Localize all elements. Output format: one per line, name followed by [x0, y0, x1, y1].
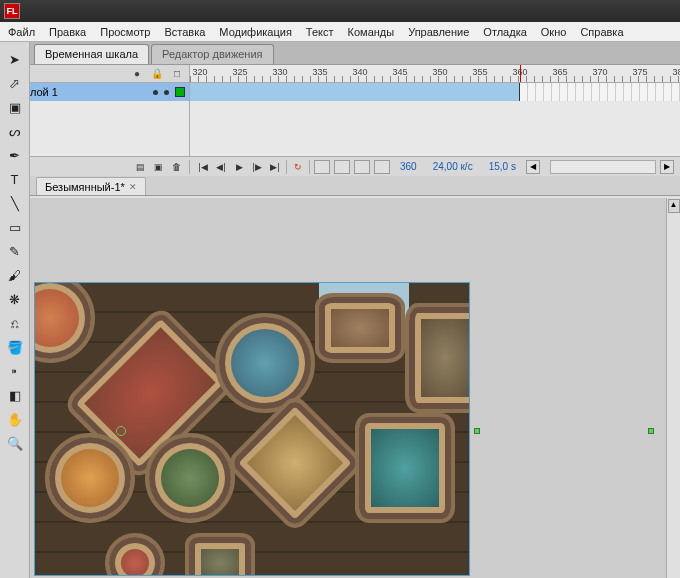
menu-text[interactable]: Текст — [306, 26, 334, 38]
frame-area-empty — [190, 101, 680, 156]
layer-outline-color[interactable] — [175, 87, 185, 97]
menu-modify[interactable]: Модификация — [219, 26, 292, 38]
rectangle-tool[interactable]: ▭ — [4, 216, 26, 238]
layer-visible-dot[interactable] — [153, 90, 158, 95]
hand-tool[interactable]: ✋ — [4, 408, 26, 430]
step-fwd-button[interactable]: |▶ — [250, 160, 264, 174]
subselection-tool[interactable]: ⬀ — [4, 72, 26, 94]
visibility-icon[interactable]: ● — [131, 68, 143, 80]
eraser-tool[interactable]: ◧ — [4, 384, 26, 406]
timeline-panel: ● 🔒 □ 320 325 330 335 340 345 350 355 36… — [0, 64, 680, 176]
layer-name[interactable]: Слой 1 — [22, 86, 147, 98]
edit-multiple-button[interactable] — [354, 160, 370, 174]
menu-file[interactable]: Файл — [8, 26, 35, 38]
tween-span[interactable] — [190, 83, 520, 101]
menu-bar: Файл Правка Просмотр Вставка Модификация… — [0, 22, 680, 42]
image-detail — [185, 533, 255, 576]
scroll-left-button[interactable]: ◀ — [526, 160, 540, 174]
paint-bucket-tool[interactable]: 🪣 — [4, 336, 26, 358]
layer-lock-dot[interactable] — [164, 90, 169, 95]
transform-handle[interactable] — [474, 428, 480, 434]
menu-commands[interactable]: Команды — [348, 26, 395, 38]
line-tool[interactable]: ╲ — [4, 192, 26, 214]
canvas-vscrollbar[interactable]: ▲ — [666, 198, 680, 578]
document-tab[interactable]: Безымянный-1* ✕ — [36, 177, 146, 195]
onion-outline-button[interactable] — [334, 160, 350, 174]
scroll-up-button[interactable]: ▲ — [668, 199, 680, 213]
loop-button[interactable]: ↻ — [291, 160, 305, 174]
document-tab-bar: Безымянный-1* ✕ — [0, 176, 680, 196]
image-detail — [315, 293, 405, 363]
outline-icon[interactable]: □ — [171, 68, 183, 80]
play-button[interactable]: ▶ — [232, 160, 246, 174]
brush-tool[interactable]: 🖌 — [4, 264, 26, 286]
lasso-tool[interactable]: ᔕ — [4, 120, 26, 142]
menu-edit[interactable]: Правка — [49, 26, 86, 38]
image-detail — [355, 413, 455, 523]
pencil-tool[interactable]: ✎ — [4, 240, 26, 262]
app-icon: FL — [4, 3, 20, 19]
stage-area[interactable] — [30, 198, 666, 578]
step-back-button[interactable]: ◀| — [214, 160, 228, 174]
image-detail — [145, 433, 235, 523]
goto-last-button[interactable]: ▶| — [268, 160, 282, 174]
bone-tool[interactable]: ⎌ — [4, 312, 26, 334]
onion-markers-button[interactable] — [374, 160, 390, 174]
scroll-right-button[interactable]: ▶ — [660, 160, 674, 174]
panel-tab-bar: Временная шкала Редактор движения — [0, 42, 680, 64]
onion-skin-button[interactable] — [314, 160, 330, 174]
divider — [309, 160, 310, 174]
timeline-hscroll[interactable] — [550, 160, 656, 174]
menu-view[interactable]: Просмотр — [100, 26, 150, 38]
new-layer-button[interactable]: ▤ — [133, 160, 147, 174]
timeline-ruler[interactable]: 320 325 330 335 340 345 350 355 360 365 … — [190, 65, 680, 82]
pen-tool[interactable]: ✒ — [4, 144, 26, 166]
transform-center[interactable] — [116, 426, 126, 436]
delete-layer-button[interactable]: 🗑 — [169, 160, 183, 174]
lock-icon[interactable]: 🔒 — [151, 68, 163, 80]
placed-image[interactable] — [34, 282, 470, 576]
transform-handle[interactable] — [648, 428, 654, 434]
menu-debug[interactable]: Отладка — [483, 26, 526, 38]
close-icon[interactable]: ✕ — [129, 182, 137, 192]
menu-control[interactable]: Управление — [408, 26, 469, 38]
selection-tool[interactable]: ➤ — [4, 48, 26, 70]
current-frame[interactable]: 360 — [394, 161, 423, 172]
zoom-tool[interactable]: 🔍 — [4, 432, 26, 454]
menu-help[interactable]: Справка — [580, 26, 623, 38]
image-detail — [45, 433, 135, 523]
elapsed-time: 15,0 s — [483, 161, 522, 172]
playhead[interactable] — [520, 65, 521, 82]
tab-motion-editor[interactable]: Редактор движения — [151, 44, 273, 64]
divider — [286, 160, 287, 174]
image-detail — [405, 303, 470, 413]
goto-first-button[interactable]: |◀ — [196, 160, 210, 174]
eyedropper-tool[interactable]: ⁍ — [4, 360, 26, 382]
ruler-ticks — [190, 76, 680, 82]
tab-timeline[interactable]: Временная шкала — [34, 44, 149, 64]
new-folder-button[interactable]: ▣ — [151, 160, 165, 174]
text-tool[interactable]: T — [4, 168, 26, 190]
free-transform-tool[interactable]: ▣ — [4, 96, 26, 118]
deco-tool[interactable]: ❋ — [4, 288, 26, 310]
empty-frames[interactable] — [520, 83, 680, 101]
frame-rate[interactable]: 24,00 к/с — [427, 161, 479, 172]
tools-panel: ➤ ⬀ ▣ ᔕ ✒ T ╲ ▭ ✎ 🖌 ❋ ⎌ 🪣 ⁍ ◧ ✋ 🔍 — [0, 42, 30, 578]
document-name: Безымянный-1* — [45, 181, 125, 193]
title-bar: FL — [0, 0, 680, 22]
timeline-frames[interactable] — [190, 83, 680, 101]
menu-window[interactable]: Окно — [541, 26, 567, 38]
menu-insert[interactable]: Вставка — [164, 26, 205, 38]
